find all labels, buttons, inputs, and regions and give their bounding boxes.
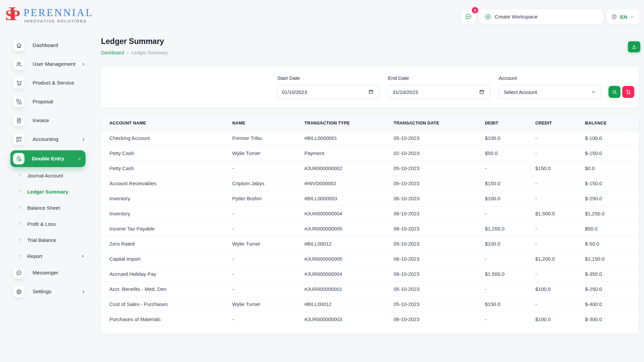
table-cell: $1,250.0: [585, 206, 639, 221]
sidebar-item-accounting[interactable]: Accounting: [13, 132, 86, 147]
table-cell: Petty Cash: [101, 161, 232, 176]
table-row[interactable]: Capital import-#JUR00000000506-10-2023-$…: [101, 251, 639, 266]
table-cell: $1,200.0: [535, 251, 585, 266]
download-button[interactable]: [628, 41, 640, 52]
table-cell: -: [232, 251, 304, 266]
column-header-account-name: ACCOUNT NAME: [101, 116, 232, 131]
table-cell: #JUR000000004: [304, 266, 394, 281]
sidebar-item-invoice[interactable]: Invoice: [13, 113, 86, 128]
chevron-down-icon: [77, 157, 82, 161]
table-cell: -: [485, 312, 535, 327]
table-row[interactable]: Petty Cash-#JUR00000000205-10-2023-$150.…: [101, 161, 639, 176]
table-row[interactable]: Purchases of Materials-#JUR00000000306-1…: [101, 312, 639, 327]
bullet-icon: [18, 222, 23, 226]
table-row[interactable]: Income Tax Payable-#JUR00000000506-10-20…: [101, 221, 639, 236]
table-cell: $100.0: [485, 131, 535, 146]
sidebar-item-profit-loss[interactable]: Profit & Loss: [19, 219, 86, 229]
breadcrumb-dashboard-link[interactable]: Dashboard: [101, 50, 124, 55]
table-row[interactable]: Checking AccountFrimsor Tribu#BILL000000…: [101, 131, 639, 146]
table-cell: $100.0: [485, 191, 535, 206]
proposal-icon: [13, 96, 24, 107]
bullet-icon: [18, 206, 23, 210]
table-cell: $100.0: [485, 236, 535, 251]
clear-document-icon: [626, 89, 631, 95]
table-cell: Frimsor Tribu: [232, 131, 304, 146]
sidebar: DashboardUser ManagementProduct & Servic…: [0, 34, 97, 303]
table-cell: $150.0: [485, 297, 535, 312]
sidebar-item-user-management[interactable]: User Management: [13, 56, 86, 72]
table-cell: #BILL0000003: [304, 191, 394, 206]
table-cell: $100.0: [535, 312, 585, 327]
table-cell: #INVO000002: [304, 176, 394, 191]
brand-logo[interactable]: SIP PERENNIAL INNOVATIVE SOLUTIONS: [5, 4, 93, 23]
language-selector[interactable]: EN: [607, 9, 639, 24]
sidebar-item-label: Journal Account: [27, 173, 63, 178]
table-cell: $1,200.0: [485, 221, 535, 236]
sidebar-item-journal-account[interactable]: Journal Account: [19, 170, 86, 180]
end-date-input[interactable]: [388, 85, 490, 99]
chevron-right-icon: [81, 62, 86, 66]
bullet-icon: [18, 238, 23, 242]
chevron-right-icon: [81, 254, 85, 258]
sidebar-item-double-entry[interactable]: Double Entry: [10, 150, 86, 167]
table-cell: -: [232, 266, 304, 281]
table-cell: Checking Account: [101, 131, 232, 146]
chat-badge: 0: [472, 7, 478, 13]
table-cell: #JUR000000003: [304, 312, 394, 327]
sidebar-item-dashboard[interactable]: Dashboard: [13, 38, 86, 53]
account-select[interactable]: Select Account: [499, 85, 601, 99]
table-row[interactable]: Cost of Sales - PurchasesWylie Turner#BI…: [101, 297, 639, 312]
table-cell: Wylie Turner: [232, 297, 304, 312]
table-row[interactable]: Accr. Benefits - Med, Den-#JUR0000000010…: [101, 281, 639, 297]
double-entry-icon: [13, 153, 24, 164]
column-header-transaction-date: TRANSACTION DATE: [394, 116, 485, 131]
table-cell: 06-10-2023: [394, 221, 485, 236]
table-cell: $-250.0: [585, 191, 639, 206]
table-cell: 06-10-2023: [394, 266, 485, 281]
table-row[interactable]: Inventory-#JUR00000000406-10-2023-$1,500…: [101, 206, 639, 221]
table-cell: Wylie Turner: [232, 236, 304, 251]
sidebar-item-report[interactable]: Report: [19, 251, 86, 261]
table-cell: -: [535, 176, 585, 191]
sidebar-item-balance-sheet[interactable]: Balance Sheet: [19, 203, 86, 213]
sidebar-item-ledger-summary[interactable]: Ledger Summary: [19, 187, 86, 197]
table-cell: #JUR000000001: [304, 281, 394, 297]
sidebar-item-trial-balance[interactable]: Trial Balance: [19, 235, 86, 245]
brand-tagline: INNOVATIVE SOLUTIONS: [24, 19, 93, 23]
sidebar-item-label: Balance Sheet: [27, 205, 60, 211]
table-row[interactable]: Account ReceivablesCriptom Jabys#INVO000…: [101, 176, 639, 191]
table-cell: Inventory: [101, 191, 232, 206]
table-cell: -: [485, 251, 535, 266]
accounting-icon: [13, 134, 24, 145]
table-cell: 06-10-2023: [394, 312, 485, 327]
column-header-name: NAME: [232, 116, 304, 131]
chat-button[interactable]: 0: [461, 9, 476, 24]
bullet-icon: [18, 190, 23, 194]
table-cell: -: [535, 146, 585, 161]
sidebar-item-label: Proposal: [33, 99, 53, 105]
table-cell: $-150.0: [585, 146, 639, 161]
chevron-right-icon: [81, 290, 86, 294]
table-row[interactable]: Accrued Holiday Pay-#JUR00000000406-10-2…: [101, 266, 639, 281]
table-row[interactable]: InventoryPytter Brohm#BILL000000306-10-2…: [101, 191, 639, 206]
sidebar-item-product-service[interactable]: Product & Service: [13, 75, 86, 91]
table-row[interactable]: Petty CashWylie TurnerPayment02-10-2023$…: [101, 146, 639, 161]
clear-filter-button[interactable]: [622, 86, 634, 98]
column-header-balance: BALANCE: [585, 116, 639, 131]
table-cell: -: [232, 206, 304, 221]
globe-icon: [611, 13, 617, 20]
table-cell: #JUR000000004: [304, 206, 394, 221]
sidebar-item-settings[interactable]: Settings: [13, 284, 86, 299]
home-icon: [13, 40, 24, 51]
start-date-input[interactable]: [277, 85, 380, 99]
search-button[interactable]: [608, 86, 621, 98]
filter-card: Start Date End Date Account Select Accou…: [101, 66, 639, 107]
table-cell: $0.0: [585, 161, 639, 176]
sidebar-item-proposal[interactable]: Proposal: [13, 94, 86, 109]
table-cell: 06-10-2023: [394, 191, 485, 206]
create-workspace-button[interactable]: Create Workspace: [479, 9, 603, 24]
table-cell: -: [485, 206, 535, 221]
table-cell: Pytter Brohm: [232, 191, 304, 206]
sidebar-item-messenger[interactable]: Messenger: [13, 265, 86, 280]
table-row[interactable]: Zero RatedWylie Turner#BILL0001205-10-20…: [101, 236, 639, 251]
